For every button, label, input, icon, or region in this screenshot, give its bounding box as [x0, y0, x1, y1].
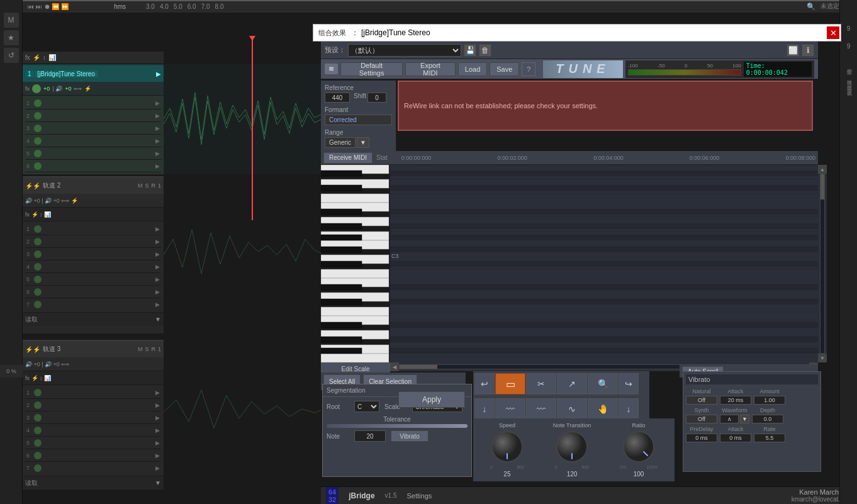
track3-s[interactable]: S: [145, 346, 148, 352]
t3-row6-btn[interactable]: [34, 452, 42, 459]
t2-row2-btn[interactable]: [34, 238, 42, 245]
load-button[interactable]: Load: [458, 62, 487, 76]
formant-button[interactable]: Corrected: [325, 115, 392, 125]
receive-midi-button[interactable]: Receive MIDI: [323, 152, 372, 164]
track1-expand[interactable]: ▶: [156, 70, 161, 77]
speed-knob[interactable]: [490, 430, 524, 464]
tolerance-slider[interactable]: [327, 424, 468, 428]
menu-item[interactable]: ⏮ ⏭ ⏺ ⏪ ⏩: [28, 3, 69, 10]
t2-row6-btn[interactable]: [34, 288, 42, 296]
sidebar-icon-star[interactable]: ★: [4, 30, 19, 45]
tool-wave3-button[interactable]: ∿: [557, 398, 587, 420]
right-icon-1[interactable]: 9: [843, 25, 855, 38]
daw-icon3[interactable]: 📊: [48, 54, 56, 61]
t2-row4-btn[interactable]: [34, 263, 42, 271]
track3-read-btn[interactable]: 读取: [25, 479, 155, 488]
row2-btn[interactable]: [34, 112, 42, 120]
t2-row6-expand[interactable]: ▶: [155, 289, 160, 295]
preset-select[interactable]: （默认）: [348, 44, 461, 57]
scroll-up-arrow[interactable]: ▲: [818, 165, 827, 174]
note-input[interactable]: [354, 430, 386, 442]
tool-undo-button[interactable]: ↩: [474, 373, 495, 395]
row4-expand[interactable]: ▶: [155, 138, 160, 144]
note-transition-knob[interactable]: [555, 430, 589, 464]
row4-btn[interactable]: [34, 137, 42, 145]
track2-s[interactable]: S: [145, 182, 148, 189]
t2-row5-expand[interactable]: ▶: [155, 276, 160, 283]
piano-grid[interactable]: C3: [390, 165, 818, 362]
daw-fx-icon[interactable]: fx: [25, 54, 30, 61]
range-dropdown[interactable]: ▼: [357, 137, 369, 148]
preset-expand-icon[interactable]: ⬜: [787, 44, 799, 57]
tool-down2-button[interactable]: ↓: [619, 398, 639, 420]
t2-row1-btn[interactable]: [34, 225, 42, 233]
vibrato-sub-button[interactable]: Vibrato: [391, 430, 428, 442]
waveform-dropdown[interactable]: ▼: [740, 415, 749, 423]
t2-row3-expand[interactable]: ▶: [155, 251, 160, 257]
row5-btn[interactable]: [34, 150, 42, 157]
track2-r[interactable]: R: [151, 182, 155, 189]
t3-row7-expand[interactable]: ▶: [155, 465, 160, 471]
track2-read-btn[interactable]: 读取: [25, 315, 155, 324]
search-icon[interactable]: 🔍: [807, 3, 815, 11]
export-midi-button[interactable]: Export MIDI: [405, 62, 456, 76]
tool-zoom-button[interactable]: 🔍: [588, 373, 618, 395]
t3-row1-expand[interactable]: ▶: [155, 389, 160, 396]
t3-row2-expand[interactable]: ▶: [155, 402, 160, 408]
sidebar-icon-refresh[interactable]: ↺: [4, 48, 19, 63]
t3-row5-btn[interactable]: [34, 439, 42, 447]
t2-row4-expand[interactable]: ▶: [155, 264, 160, 270]
scrollbar-thumb[interactable]: [400, 365, 437, 369]
tool-box-button[interactable]: ▭: [495, 373, 525, 395]
row6-expand[interactable]: ▶: [155, 163, 160, 169]
t3-row3-expand[interactable]: ▶: [155, 415, 160, 421]
t2-row7-expand[interactable]: ▶: [155, 301, 160, 308]
row1-expand[interactable]: ▶: [155, 100, 160, 106]
tool-wave1-button[interactable]: 〰: [495, 398, 525, 420]
track2-num[interactable]: 1: [158, 182, 161, 189]
piano-svg[interactable]: [321, 165, 390, 362]
t3-row2-btn[interactable]: [34, 401, 42, 409]
track2-read-expand[interactable]: ▼: [155, 316, 161, 323]
t2-row1-expand[interactable]: ▶: [155, 226, 160, 232]
row6-btn[interactable]: [34, 162, 42, 170]
scrollbar-v-track[interactable]: [820, 174, 825, 354]
shift-input[interactable]: [367, 92, 386, 103]
t3-row1-btn[interactable]: [34, 389, 42, 396]
sidebar-icon-m[interactable]: M: [4, 13, 19, 28]
daw-icon1[interactable]: ⚡: [33, 54, 40, 61]
daw-icon2[interactable]: ↕: [43, 54, 46, 61]
t3-row4-btn[interactable]: [34, 427, 42, 434]
scrollbar-vertical[interactable]: ▲ ▼: [818, 165, 827, 362]
row3-btn[interactable]: [34, 125, 42, 132]
close-button[interactable]: ✕: [827, 26, 839, 39]
scroll-down-arrow[interactable]: ▼: [818, 354, 827, 362]
default-settings-button[interactable]: Default Settings: [340, 62, 403, 76]
apply-button[interactable]: Apply: [398, 391, 465, 408]
scrollbar-v-thumb[interactable]: [821, 174, 824, 199]
t2-row5-btn[interactable]: [34, 276, 42, 283]
row1-btn[interactable]: [34, 99, 42, 107]
track3-m[interactable]: M: [138, 346, 143, 352]
save-button[interactable]: Save: [490, 62, 519, 76]
tool-hand-button[interactable]: 🤚: [588, 398, 618, 420]
tool-down-button[interactable]: ↓: [474, 398, 495, 420]
right-icon-2[interactable]: 9: [843, 43, 855, 55]
row5-expand[interactable]: ▶: [155, 150, 160, 157]
settings-link[interactable]: Settings: [407, 492, 432, 500]
row2-expand[interactable]: ▶: [155, 113, 160, 119]
track2-m[interactable]: M: [138, 182, 143, 189]
row3-expand[interactable]: ▶: [155, 125, 160, 132]
preset-info-icon[interactable]: ℹ: [802, 44, 814, 57]
t3-row5-expand[interactable]: ▶: [155, 440, 160, 446]
tool-redo-button[interactable]: ↪: [619, 373, 639, 395]
track1-power-btn[interactable]: [32, 84, 41, 93]
tool-wave2-button[interactable]: 〰: [526, 398, 556, 420]
track3-r[interactable]: R: [151, 346, 155, 352]
reference-input[interactable]: [325, 92, 350, 103]
root-select[interactable]: C: [354, 401, 379, 412]
preset-delete-icon[interactable]: 🗑: [479, 44, 491, 57]
track3-num[interactable]: 1: [158, 346, 161, 352]
t3-row6-expand[interactable]: ▶: [155, 452, 160, 459]
track1-name[interactable]: [jBridge]Tune Stereo: [35, 70, 98, 77]
